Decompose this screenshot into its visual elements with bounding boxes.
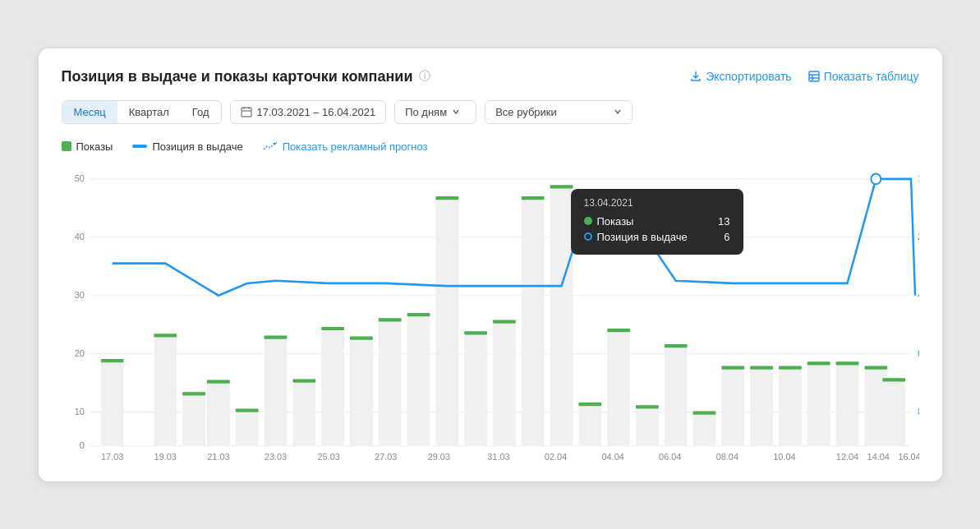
svg-text:30: 30 [74, 289, 84, 299]
svg-text:31.03: 31.03 [487, 451, 509, 461]
chart-area: 50 40 30 20 10 0 1 21 41 61 81 [62, 166, 919, 462]
title-area: Позиция в выдаче и показы карточки компа… [62, 68, 431, 85]
bar-top-11 [407, 312, 430, 315]
bar-23 [750, 368, 773, 445]
bar-top-15 [521, 196, 544, 200]
bar-2 [154, 336, 177, 445]
bar-top-25 [807, 361, 830, 365]
bar-top-6 [264, 335, 287, 338]
bar-17 [578, 405, 601, 446]
bar-24 [778, 368, 801, 445]
bar-top-1 [100, 359, 123, 362]
legend-shows: Показы [62, 140, 113, 153]
svg-text:23.03: 23.03 [264, 451, 286, 461]
svg-text:02.04: 02.04 [544, 451, 566, 461]
svg-text:0: 0 [79, 439, 84, 449]
svg-text:21.03: 21.03 [207, 451, 229, 461]
chart-svg: 50 40 30 20 10 0 1 21 41 61 81 [62, 166, 919, 462]
position-legend-line [132, 145, 147, 148]
svg-text:19.03: 19.03 [154, 451, 176, 461]
svg-text:40: 40 [74, 231, 84, 241]
bar-top-8 [321, 326, 344, 329]
bar-5 [235, 411, 258, 445]
forecast-button[interactable]: Показать рекламный прогноз [263, 140, 428, 153]
bar-top-20 [664, 344, 687, 347]
bar-top-22 [721, 366, 744, 369]
svg-text:04.04: 04.04 [601, 451, 623, 461]
bar-20 [664, 347, 687, 446]
bar-6 [264, 338, 287, 445]
header-actions: Экспортировать Показать таблицу [690, 70, 918, 83]
period-month-button[interactable]: Месяц [62, 101, 117, 123]
bar-7 [292, 381, 315, 445]
legend-position: Позиция в выдаче [132, 140, 242, 153]
export-button[interactable]: Экспортировать [690, 70, 791, 83]
bar-8 [321, 329, 344, 446]
svg-rect-4 [242, 108, 251, 117]
bar-top-12 [435, 196, 458, 200]
bar-13 [464, 334, 487, 446]
bar-top-16 [550, 185, 573, 188]
bar-4 [206, 382, 229, 445]
svg-text:27.03: 27.03 [375, 451, 397, 461]
svg-text:10.04: 10.04 [773, 451, 795, 461]
grouping-dropdown[interactable]: По дням [394, 100, 476, 124]
bar-3 [182, 394, 205, 445]
controls-row: Месяц Квартал Год 17.03.2021 – 16.04.202… [62, 100, 919, 124]
bar-top-21 [692, 411, 715, 414]
period-buttons: Месяц Квартал Год [62, 100, 222, 124]
bar-18 [607, 331, 630, 446]
bar-26 [835, 364, 858, 446]
bar-top-18 [607, 329, 630, 332]
rubric-dropdown[interactable]: Все рубрики [485, 100, 633, 124]
svg-text:1: 1 [918, 172, 919, 182]
bar-16 [550, 187, 573, 445]
bar-12 [435, 199, 458, 446]
bar-top-28 [882, 378, 905, 381]
svg-text:25.03: 25.03 [317, 451, 339, 461]
bar-top-4 [206, 380, 229, 383]
bar-28 [882, 380, 905, 445]
svg-text:41: 41 [918, 289, 919, 299]
bar-top-24 [778, 366, 801, 369]
header-row: Позиция в выдаче и показы карточки компа… [62, 68, 919, 85]
svg-text:50: 50 [74, 172, 84, 182]
bar-15 [521, 199, 544, 446]
svg-text:12.04: 12.04 [835, 451, 858, 461]
chevron-down-icon [452, 108, 460, 116]
bar-top-23 [750, 366, 773, 369]
date-range-text: 17.03.2021 – 16.04.2021 [257, 106, 376, 118]
table-icon [808, 71, 820, 82]
svg-text:10: 10 [74, 406, 84, 416]
period-year-button[interactable]: Год [181, 101, 221, 123]
svg-text:61: 61 [918, 347, 919, 357]
calendar-icon [241, 106, 252, 117]
shows-legend-dot [62, 141, 71, 151]
bar-25 [807, 364, 830, 446]
bar-top-14 [492, 320, 515, 323]
bar-top-26 [835, 361, 858, 365]
bar-19 [635, 407, 658, 446]
bar-21 [692, 413, 715, 445]
period-quarter-button[interactable]: Квартал [117, 101, 181, 123]
bar-top-13 [464, 331, 487, 334]
chevron-down-icon2 [614, 108, 622, 116]
bar-9 [349, 338, 372, 445]
svg-text:29.03: 29.03 [427, 451, 449, 461]
svg-rect-0 [809, 71, 819, 81]
main-card: Позиция в выдаче и показы карточки компа… [39, 48, 942, 481]
bar-22 [721, 368, 744, 445]
svg-text:17.03: 17.03 [100, 451, 122, 461]
bar-top-7 [292, 379, 315, 382]
bar-1 [100, 361, 123, 446]
bar-11 [407, 315, 430, 446]
legend-row: Показы Позиция в выдаче Показать рекламн… [62, 140, 919, 153]
show-table-button[interactable]: Показать таблицу [808, 70, 919, 83]
bar-top-10 [378, 318, 401, 321]
date-range-picker[interactable]: 17.03.2021 – 16.04.2021 [230, 100, 387, 124]
svg-text:81: 81 [918, 406, 919, 416]
info-icon[interactable]: ⓘ [419, 69, 430, 84]
bar-top-9 [349, 336, 372, 339]
bar-14 [492, 322, 515, 445]
forecast-icon [263, 141, 278, 151]
